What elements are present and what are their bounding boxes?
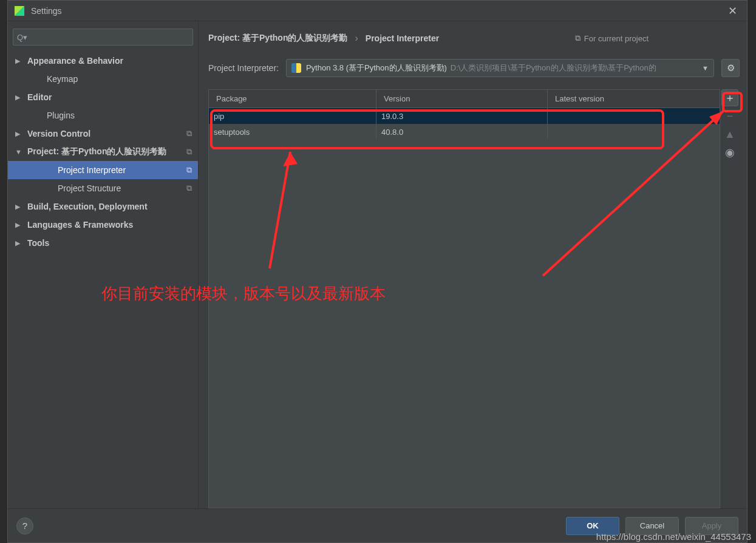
col-package[interactable]: Package: [209, 90, 376, 108]
packages-header: Package Version Latest version: [209, 90, 720, 108]
breadcrumb: Project: 基于Python的人脸识别考勤 › Project Inter…: [208, 30, 740, 47]
settings-dialog: Settings ✕ Q▾ Appearance & BehaviorKeyma…: [7, 0, 747, 543]
interpreter-name: Python 3.8 (基于Python的人脸识别考勤): [306, 63, 447, 73]
breadcrumb-sep: ›: [355, 33, 358, 44]
minus-icon: −: [727, 110, 734, 123]
dialog-footer: ? OK Cancel Apply: [8, 508, 747, 542]
plus-icon: ＋: [724, 90, 735, 105]
packages-toolbar: ＋ − ▲ ◉: [720, 89, 740, 508]
sidebar-item-project-interpreter[interactable]: Project Interpreter⧉: [8, 161, 198, 179]
cancel-button[interactable]: Cancel: [625, 517, 679, 535]
search-icon: Q▾: [17, 33, 27, 42]
col-version[interactable]: Version: [376, 90, 548, 108]
sidebar-item-label: Project Interpreter: [58, 165, 186, 175]
settings-tree: Appearance & BehaviorKeymapEditorPlugins…: [8, 52, 198, 252]
packages-rows: pip19.0.3setuptools40.8.0: [209, 108, 720, 508]
settings-sidebar: Q▾ Appearance & BehaviorKeymapEditorPlug…: [8, 21, 199, 508]
sidebar-item-label: Project Structure: [58, 183, 186, 193]
titlebar: Settings ✕: [8, 1, 747, 21]
copy-icon: ⧉: [186, 147, 192, 157]
table-row[interactable]: pip19.0.3: [209, 108, 720, 124]
sidebar-item-plugins[interactable]: Plugins: [8, 106, 198, 125]
chevron-right-icon: [15, 203, 24, 211]
show-early-releases-button[interactable]: ◉: [721, 144, 738, 161]
for-current-project: ⧉ For current project: [575, 33, 649, 43]
sidebar-item-label: Project: 基于Python的人脸识别考勤: [27, 146, 186, 157]
for-current-label: For current project: [584, 34, 649, 43]
window-title: Settings: [31, 6, 62, 16]
breadcrumb-page: Project Interpreter: [366, 33, 439, 43]
copy-icon: ⧉: [186, 165, 192, 175]
col-latest[interactable]: Latest version: [548, 90, 720, 108]
ok-button[interactable]: OK: [566, 517, 619, 535]
table-row[interactable]: setuptools40.8.0: [209, 124, 720, 140]
sidebar-item-keymap[interactable]: Keymap: [8, 70, 198, 88]
sidebar-item-project-structure[interactable]: Project Structure⧉: [8, 179, 198, 197]
chevron-down-icon: ▼: [702, 64, 709, 72]
cell-name: setuptools: [209, 124, 376, 140]
cell-version: 19.0.3: [376, 108, 548, 124]
chevron-right-icon: [15, 94, 24, 101]
eye-icon: ◉: [725, 146, 735, 159]
sidebar-item-label: Editor: [27, 92, 192, 102]
chevron-down-icon: [15, 148, 24, 155]
chevron-right-icon: [15, 221, 24, 229]
sidebar-item-label: Build, Execution, Deployment: [27, 202, 192, 211]
interpreter-dropdown[interactable]: Python 3.8 (基于Python的人脸识别考勤) D:\人类识别项目\基…: [286, 59, 714, 77]
gear-icon: ⚙: [727, 63, 735, 73]
upgrade-package-button[interactable]: ▲: [721, 126, 738, 143]
sidebar-item-tools[interactable]: Tools: [8, 234, 198, 252]
sidebar-item-editor[interactable]: Editor: [8, 88, 198, 106]
cell-latest: [548, 124, 720, 140]
interpreter-path: D:\人类识别项目\基于Python的人脸识别考勤\基于Python的: [451, 63, 656, 73]
python-icon: [291, 63, 301, 73]
sidebar-item-project-python[interactable]: Project: 基于Python的人脸识别考勤⧉: [8, 143, 198, 161]
sidebar-item-label: Version Control: [27, 129, 186, 138]
cell-name: pip: [209, 108, 376, 124]
breadcrumb-project: Project: 基于Python的人脸识别考勤: [208, 33, 347, 44]
editor-gutter: [0, 0, 7, 543]
sidebar-item-label: Plugins: [47, 111, 192, 120]
sidebar-item-label: Appearance & Behavior: [27, 56, 192, 66]
search-field[interactable]: [30, 33, 189, 42]
sidebar-item-label: Keymap: [47, 74, 192, 84]
copy-icon: ⧉: [575, 33, 581, 43]
main-panel: Project: 基于Python的人脸识别考勤 › Project Inter…: [199, 21, 747, 508]
copy-icon: ⧉: [186, 183, 192, 193]
sidebar-item-label: Tools: [27, 238, 192, 248]
cell-latest: [548, 108, 720, 124]
apply-button[interactable]: Apply: [685, 517, 738, 535]
interpreter-label: Project Interpreter:: [208, 63, 279, 73]
remove-package-button[interactable]: −: [721, 108, 738, 125]
sidebar-item-version-control[interactable]: Version Control⧉: [8, 125, 198, 143]
interpreter-settings-button[interactable]: ⚙: [721, 59, 740, 77]
chevron-right-icon: [15, 239, 24, 247]
up-arrow-icon: ▲: [724, 128, 735, 141]
packages-table: Package Version Latest version pip19.0.3…: [208, 89, 720, 508]
add-package-button[interactable]: ＋: [721, 89, 738, 106]
search-input[interactable]: Q▾: [13, 29, 193, 46]
help-icon: ?: [22, 521, 27, 531]
sidebar-item-build-execution-deployment[interactable]: Build, Execution, Deployment: [8, 197, 198, 216]
chevron-right-icon: [15, 57, 24, 65]
sidebar-item-appearance-behavior[interactable]: Appearance & Behavior: [8, 52, 198, 70]
pycharm-icon: [14, 5, 25, 16]
help-button[interactable]: ?: [16, 517, 33, 534]
copy-icon: ⧉: [186, 129, 192, 138]
sidebar-item-languages-frameworks[interactable]: Languages & Frameworks: [8, 216, 198, 234]
close-icon[interactable]: ✕: [724, 3, 741, 19]
cell-version: 40.8.0: [376, 124, 548, 140]
sidebar-item-label: Languages & Frameworks: [27, 220, 192, 230]
chevron-right-icon: [15, 130, 24, 138]
